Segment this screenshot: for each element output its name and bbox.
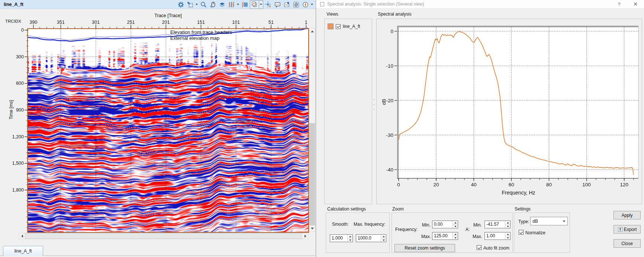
apply-button[interactable]: Apply	[614, 211, 641, 219]
series-color-swatch[interactable]	[328, 23, 334, 29]
max-frequency-stepper[interactable]: 1000.0	[356, 234, 386, 242]
y-tick-label: -20	[386, 98, 393, 103]
wiggle-display-icon-dropdown[interactable]	[236, 1, 240, 9]
y-tick-label: 0	[390, 29, 393, 34]
trace-tick-label: 101	[232, 20, 240, 25]
mouse-pointer-icon-group	[209, 1, 217, 9]
mouse-pointer-icon[interactable]	[209, 1, 217, 9]
calculation-settings-group: Smooth: Max. frequency: 1.000 1000.0	[326, 212, 390, 253]
export-image-icon[interactable]	[283, 1, 291, 9]
time-tick-label: 600	[16, 81, 24, 86]
frequency-min-stepper[interactable]: 0.00	[432, 221, 458, 228]
chart-left-zoom-bar	[397, 26, 399, 178]
legend-elevation-trace-headers: Elevation from trace headers	[170, 29, 232, 35]
a-min-stepper[interactable]: -41.57	[484, 221, 511, 228]
settings-gear-icon-group	[177, 1, 185, 9]
legend-external-elevation-map: External elevation map	[170, 35, 219, 41]
track-cursor-icon-group	[264, 1, 273, 9]
auto-fit-zoom-checkbox[interactable]	[477, 245, 482, 250]
select-region-icon-dropdown[interactable]	[194, 1, 199, 9]
type-label: Type:	[518, 219, 529, 224]
time-tick-label: 0	[21, 28, 24, 33]
zoom-actual-icon[interactable]: @	[292, 1, 300, 9]
seismic-window-titlebar: line_A_ft @	[0, 0, 315, 9]
zoom-icon-group	[199, 1, 208, 9]
scroll-up-button[interactable]	[309, 28, 315, 34]
x-tick-label: 20	[434, 182, 439, 187]
compass-icon-dropdown[interactable]	[310, 1, 314, 9]
seismic-window-title: line_A_ft	[4, 0, 23, 9]
wiggle-grid-icon[interactable]	[241, 1, 249, 9]
scroll-left-button[interactable]	[19, 233, 25, 239]
dialog-close-icon[interactable]: ✕	[631, 0, 640, 9]
trace-tick-label: 51	[268, 20, 274, 25]
chart-plot-background	[399, 27, 638, 178]
frequency-max-stepper[interactable]: 125.00	[432, 232, 458, 240]
layers-icon-group	[218, 1, 226, 9]
chevron-down-icon	[561, 221, 567, 222]
trace-tick-label: 201	[162, 20, 170, 25]
x-tick-label: 0	[397, 182, 400, 187]
a-min-label: Min.	[473, 222, 482, 228]
wiggle-display-icon[interactable]	[227, 1, 236, 9]
max-frequency-label: Max. frequency:	[354, 222, 385, 227]
vertical-scrollbar[interactable]	[309, 28, 315, 232]
time-axis-title: Time [ms]	[9, 100, 14, 119]
close-button[interactable]: Close	[614, 239, 641, 248]
trace-tick-label: 1	[305, 20, 307, 25]
pages-display-icon[interactable]	[250, 1, 259, 9]
pages-display-icon-group	[250, 0, 263, 9]
comment-icon[interactable]	[273, 1, 282, 9]
layers-icon[interactable]	[218, 1, 226, 9]
reset-zoom-settings-button[interactable]: Reset zoom settings	[395, 244, 455, 252]
dialog-window-icon	[320, 2, 324, 6]
wiggle-display-icon-group	[227, 1, 240, 9]
track-cursor-icon[interactable]	[264, 1, 273, 9]
normalize-checkbox[interactable]	[519, 230, 524, 235]
seismic-section-window: line_A_ft @ TRCIDX Trace [Trace] Time [m…	[0, 0, 315, 257]
pages-display-icon-dropdown[interactable]	[259, 1, 263, 9]
horizontal-scrollbar-thumb[interactable]	[25, 233, 303, 239]
zoom-icon[interactable]	[199, 1, 208, 9]
seismic-image-viewport[interactable]	[28, 29, 308, 232]
wiggle-grid-icon-group	[241, 1, 249, 9]
scroll-down-button[interactable]	[309, 225, 315, 231]
dialog-titlebar[interactable]: Spectral analysis: Single selection (Sev…	[316, 0, 644, 9]
svg-text:@: @	[294, 3, 298, 7]
scroll-right-button[interactable]	[302, 233, 308, 239]
views-list-item[interactable]: line_A_ft	[328, 23, 360, 29]
zoom-group: Frequency: Min. 0.00 Max. 125.00 A: Min.…	[392, 212, 513, 253]
vertical-scrollbar-thumb[interactable]	[309, 123, 315, 226]
horizontal-scrollbar[interactable]	[19, 233, 309, 239]
normalize-label: Normalize	[525, 230, 545, 235]
views-panel: line_A_ft	[324, 19, 372, 204]
type-dropdown[interactable]: dB	[530, 217, 568, 225]
time-tick-label: 900	[16, 107, 24, 113]
spectral-chart-panel: 0-10-20-30-40020406080100120dBFrequency,…	[376, 19, 642, 204]
view-checkbox[interactable]	[336, 24, 341, 29]
x-tick-label: 40	[471, 182, 477, 187]
trace-tick-label: 390	[29, 20, 37, 25]
panel-splitter-handle[interactable]	[373, 99, 375, 110]
time-tick-label: 300	[16, 54, 24, 60]
settings-gear-icon[interactable]	[177, 1, 185, 9]
tab-line-a-ft[interactable]: line_A_ft	[3, 246, 43, 256]
dialog-help-button[interactable]: ?	[615, 0, 624, 9]
trace-tick-label: 301	[92, 20, 100, 25]
trace-tick-label: 151	[197, 20, 205, 25]
time-tick-label: 1,200	[12, 134, 24, 139]
export-image-icon-group	[283, 1, 291, 9]
a-max-stepper[interactable]: 1.00	[484, 232, 511, 240]
seismic-toolbar: @	[177, 0, 314, 9]
export-icon	[618, 227, 623, 232]
compass-icon[interactable]	[301, 1, 310, 9]
amplitude-label: A:	[466, 227, 470, 232]
export-button[interactable]: Export	[614, 225, 641, 234]
smooth-stepper[interactable]: 1.000	[330, 234, 353, 242]
select-region-icon-group	[186, 1, 199, 9]
select-region-icon[interactable]	[186, 1, 194, 9]
y-tick-label: -10	[386, 63, 393, 69]
spectrum-plot[interactable]: 0-10-20-30-40020406080100120dBFrequency,…	[377, 19, 642, 204]
a-max-label: Max.	[473, 234, 482, 239]
chart-top-zoom-bar	[397, 26, 638, 27]
